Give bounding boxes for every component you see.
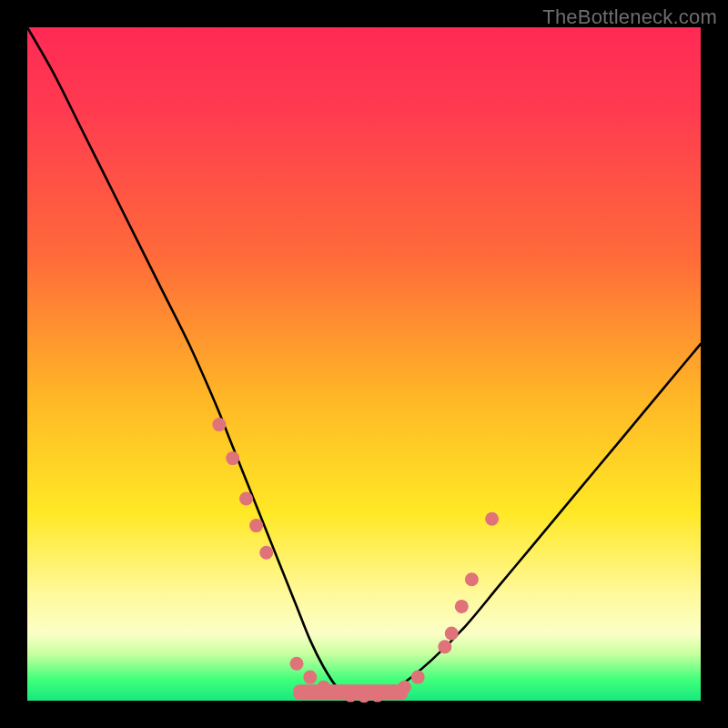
data-point bbox=[259, 546, 273, 560]
data-point bbox=[249, 519, 263, 532]
data-point bbox=[239, 492, 253, 506]
optimal-zone-band bbox=[293, 684, 408, 700]
data-points-group bbox=[212, 418, 499, 703]
data-point bbox=[290, 657, 304, 671]
data-point bbox=[445, 627, 459, 641]
data-point bbox=[226, 451, 239, 465]
data-point bbox=[455, 600, 469, 613]
chart-frame: TheBottleneck.com bbox=[0, 0, 728, 728]
chart-svg bbox=[27, 27, 701, 701]
data-point bbox=[438, 640, 451, 653]
data-point bbox=[411, 671, 425, 684]
watermark-text: TheBottleneck.com bbox=[542, 5, 717, 29]
bottleneck-curve bbox=[27, 27, 701, 697]
data-point bbox=[212, 418, 226, 431]
data-point bbox=[465, 572, 479, 586]
data-point bbox=[303, 671, 317, 684]
plot-area bbox=[27, 27, 701, 701]
data-point bbox=[485, 512, 499, 526]
